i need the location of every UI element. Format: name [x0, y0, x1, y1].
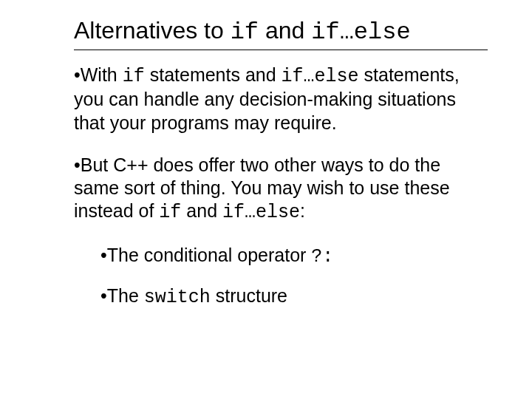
title-code-1: if [231, 18, 259, 46]
p1-a: With [81, 64, 123, 85]
p2-d: if…else [222, 202, 300, 223]
sub-bullets: •The conditional operator ?: •The switch… [74, 244, 488, 310]
bullet-glyph: • [100, 245, 107, 265]
slide-body: •With if statements and if…else statemen… [74, 64, 488, 309]
p1-d: if…else [282, 66, 359, 87]
title-text-2: and [259, 17, 311, 44]
s1-a: The conditional operator [107, 245, 312, 265]
sub-bullet-2: •The switch structure [100, 284, 488, 309]
s1-b: ?: [311, 246, 333, 267]
bullet-2: •But C++ does offer two other ways to do… [74, 154, 488, 225]
bullet-glyph: • [74, 154, 81, 175]
bullet-1: •With if statements and if…else statemen… [74, 64, 488, 134]
p1-c: statements and [145, 64, 282, 85]
p2-b: if [159, 202, 181, 223]
slide: Alternatives to if and if…else •With if … [0, 0, 532, 399]
sub-bullet-1: •The conditional operator ?: [100, 244, 488, 268]
s2-a: The [107, 285, 144, 306]
title-code-2: if…else [311, 18, 410, 46]
slide-title: Alternatives to if and if…else [74, 18, 488, 50]
bullet-glyph: • [100, 285, 107, 306]
title-text-1: Alternatives to [74, 17, 231, 44]
s2-b: switch [144, 287, 211, 308]
p1-b: if [123, 66, 145, 87]
p2-c: and [181, 200, 222, 221]
p2-e: : [300, 200, 305, 221]
bullet-glyph: • [74, 64, 81, 85]
s2-c: structure [211, 285, 287, 306]
